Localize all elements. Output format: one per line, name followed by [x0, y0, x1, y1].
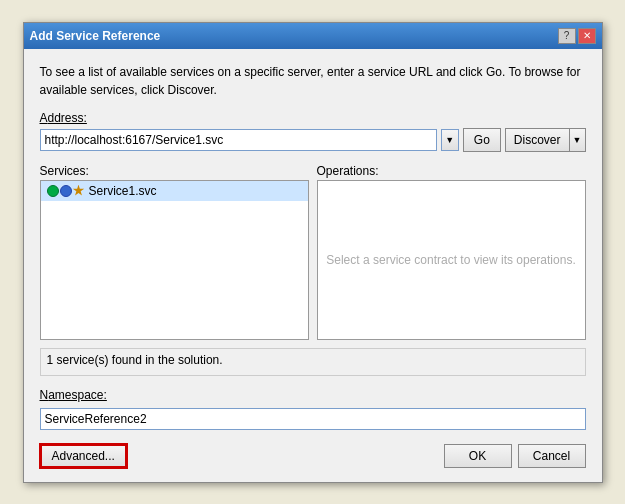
address-label: Address: [40, 111, 586, 125]
address-input[interactable] [40, 129, 437, 151]
help-button[interactable]: ? [558, 28, 576, 44]
operations-section: Operations: Select a service contract to… [317, 164, 586, 340]
address-label-underline: A [40, 111, 48, 125]
namespace-underline: N [40, 388, 49, 402]
go-button[interactable]: Go [463, 128, 501, 152]
dialog-title: Add Service Reference [30, 29, 161, 43]
titlebar-buttons: ? ✕ [558, 28, 596, 44]
operations-label: Operations: [317, 164, 586, 178]
services-panel[interactable]: Service1.svc [40, 180, 309, 340]
discover-button[interactable]: Discover [505, 128, 570, 152]
right-buttons: OK Cancel [444, 444, 586, 468]
service-icon [47, 185, 85, 197]
close-button[interactable]: ✕ [578, 28, 596, 44]
service-item-label: Service1.svc [89, 184, 157, 198]
blue-circle-icon [60, 185, 72, 197]
service-item[interactable]: Service1.svc [41, 181, 308, 201]
status-bar: 1 service(s) found in the solution. [40, 348, 586, 376]
titlebar: Add Service Reference ? ✕ [24, 23, 602, 49]
dialog-content: To see a list of available services on a… [24, 49, 602, 482]
namespace-section: Namespace: [40, 388, 586, 430]
namespace-label: Namespace: [40, 388, 586, 402]
cancel-button[interactable]: Cancel [518, 444, 586, 468]
status-text: 1 service(s) found in the solution. [47, 353, 223, 367]
namespace-input[interactable] [40, 408, 586, 430]
address-row: ▼ Go Discover ▼ [40, 128, 586, 152]
advanced-button[interactable]: Advanced... [40, 444, 127, 468]
ok-button[interactable]: OK [444, 444, 512, 468]
green-circle-icon [47, 185, 59, 197]
address-dropdown-button[interactable]: ▼ [441, 129, 459, 151]
discover-dropdown-button[interactable]: ▼ [570, 128, 586, 152]
add-service-reference-dialog: Add Service Reference ? ✕ To see a list … [23, 22, 603, 483]
services-section: Services: Service1.svc [40, 164, 309, 340]
operations-panel[interactable]: Select a service contract to view its op… [317, 180, 586, 340]
services-label: Services: [40, 164, 309, 178]
panels-row: Services: Service1.svc Operations: S [40, 164, 586, 340]
bottom-row: Advanced... OK Cancel [40, 444, 586, 468]
gear-icon [73, 185, 85, 197]
operations-placeholder: Select a service contract to view its op… [326, 253, 575, 267]
discover-group: Discover ▼ [505, 128, 586, 152]
description-text: To see a list of available services on a… [40, 63, 586, 99]
